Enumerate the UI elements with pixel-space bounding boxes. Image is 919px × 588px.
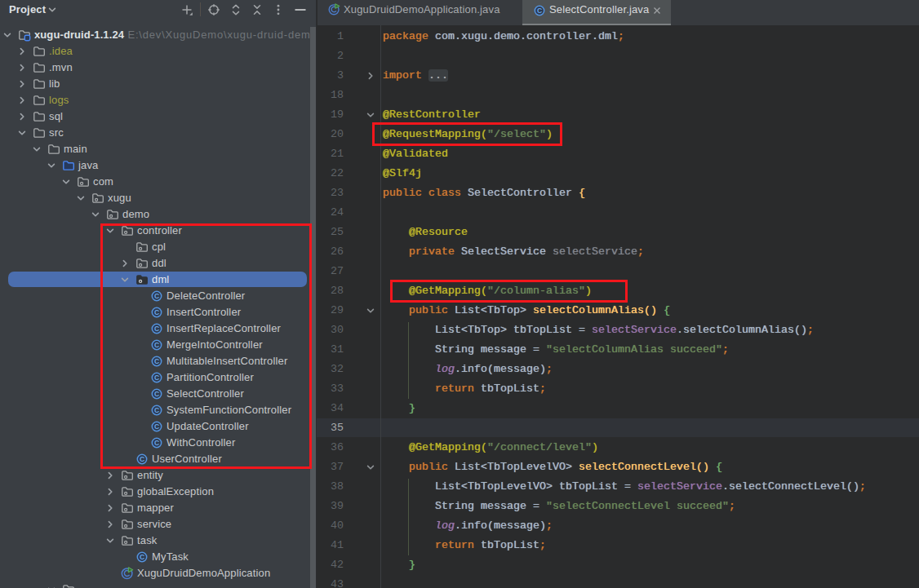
svg-text:C: C — [140, 553, 144, 561]
svg-text:C: C — [537, 7, 542, 15]
